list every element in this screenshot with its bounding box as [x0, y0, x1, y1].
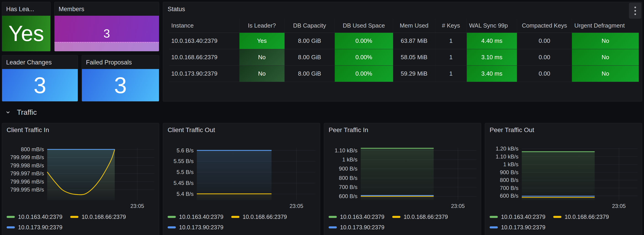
table-cell: 1	[435, 49, 467, 65]
stat-panel-failed-proposals: Failed Proposals 3	[82, 55, 159, 102]
plot-area	[361, 148, 476, 200]
legend-item[interactable]: 10.0.163.40:2379	[490, 212, 546, 222]
chart-title[interactable]: Client Traffic In	[6, 126, 154, 134]
y-axis-tick: 600 B/s	[500, 193, 518, 199]
legend-label: 10.0.163.40:2379	[340, 214, 384, 220]
table-cell: No	[240, 66, 284, 82]
stat-body: Yes	[2, 16, 50, 51]
legend-label: 10.0.173.90:2379	[501, 224, 546, 231]
x-axis: 23:05	[361, 201, 476, 211]
chart-panel: Peer Traffic In 1.10 kB/s1 kB/s900 B/s80…	[324, 123, 481, 235]
stat-body: 3	[82, 69, 159, 101]
stat-panel-title[interactable]: Has Lea...	[2, 2, 50, 16]
legend-series-icon	[553, 216, 562, 218]
table-cell: 8.00 GiB	[284, 49, 335, 65]
legend-series-icon	[168, 216, 176, 218]
chart-title[interactable]: Peer Traffic Out	[490, 126, 638, 134]
legend: 10.0.163.40:237910.0.168.66:237910.0.173…	[328, 212, 476, 233]
table-header-cell[interactable]: DB Used Space	[335, 19, 393, 32]
table-header-cell[interactable]: Mem Used	[393, 19, 435, 32]
table-header-cell[interactable]: # Keys	[435, 19, 467, 32]
y-axis-tick: 799.996 mB/s	[10, 179, 44, 185]
legend: 10.0.163.40:237910.0.168.66:237910.0.173…	[168, 212, 316, 233]
sparkline	[54, 42, 159, 51]
y-axis-tick: 800 mB/s	[21, 146, 44, 153]
y-axis-tick: 5.45 B/s	[174, 180, 194, 186]
legend-series-icon	[168, 226, 176, 229]
chart-title[interactable]: Client Traffic Out	[168, 126, 316, 134]
table-cell: 0.00	[517, 33, 572, 49]
y-axis: 5.6 B/s5.55 B/s5.5 B/s5.45 B/s5.4 B/s	[168, 148, 197, 200]
table-cell: 1	[435, 33, 467, 49]
y-axis-tick: 700 B/s	[500, 185, 518, 191]
table-header-cell[interactable]: Compacted Keys	[517, 19, 572, 32]
status-panel-title[interactable]: Status	[163, 2, 642, 13]
table-cell: No	[240, 49, 284, 65]
table-row: 10.0.163.40:2379Yes8.00 GiB0.00%63.87 Mi…	[169, 33, 639, 49]
table-row: 10.0.168.66:2379No8.00 GiB0.00%58.05 MiB…	[169, 49, 639, 66]
table-cell: 8.00 GiB	[284, 66, 335, 82]
stat-panel-title[interactable]: Leader Changes	[2, 55, 78, 69]
stat-value: 3	[114, 72, 127, 98]
legend-item[interactable]: 10.0.173.90:2379	[168, 222, 224, 233]
legend-item[interactable]: 10.0.163.40:2379	[328, 212, 384, 222]
table-header-cell[interactable]: Is Leader?	[240, 19, 284, 32]
legend-item[interactable]: 10.0.173.90:2379	[328, 222, 384, 233]
legend-series-icon	[6, 226, 15, 229]
y-axis-tick: 5.4 B/s	[176, 191, 194, 197]
chart-panel: Client Traffic In 800 mB/s799.999 mB/s79…	[2, 123, 159, 235]
legend-label: 10.0.168.66:2379	[82, 214, 126, 220]
section-header-traffic[interactable]: Traffic	[2, 102, 642, 123]
legend-item[interactable]: 10.0.173.90:2379	[490, 222, 546, 233]
legend-series-icon	[70, 216, 78, 218]
table-cell: No	[572, 66, 639, 82]
legend-item[interactable]: 10.0.173.90:2379	[6, 222, 62, 233]
kebab-menu-icon[interactable]	[629, 3, 641, 19]
y-axis-tick: 900 B/s	[500, 169, 518, 176]
legend-series-icon	[6, 216, 15, 218]
x-axis-tick: 23:05	[130, 203, 144, 209]
table-row: 10.0.173.90:2379No8.00 GiB0.00%59.29 MiB…	[169, 66, 639, 82]
table-header-cell[interactable]: DB Capacity	[284, 19, 335, 32]
legend-series-icon	[328, 226, 337, 229]
legend-item[interactable]: 10.0.168.66:2379	[553, 212, 609, 222]
legend-series-icon	[328, 216, 337, 218]
plot-wrap: 5.6 B/s5.55 B/s5.5 B/s5.45 B/s5.4 B/s	[168, 148, 316, 200]
legend-label: 10.0.163.40:2379	[18, 214, 62, 220]
legend-series-icon	[231, 216, 240, 218]
table-cell: 3.10 ms	[467, 49, 517, 65]
stat-panel-has-leader: Has Lea... Yes	[2, 2, 51, 51]
stat-value: 3	[104, 27, 110, 40]
table-cell: Yes	[240, 33, 284, 49]
y-axis-tick: 5.55 B/s	[174, 158, 194, 164]
chart-title[interactable]: Peer Traffic In	[328, 126, 476, 134]
stat-panel-title[interactable]: Failed Proposals	[82, 55, 159, 69]
y-axis-tick: 799.998 mB/s	[10, 162, 44, 169]
legend-item[interactable]: 10.0.168.66:2379	[70, 212, 126, 222]
legend-item[interactable]: 10.0.168.66:2379	[392, 212, 448, 222]
table-header-cell[interactable]: WAL Sync 99p	[467, 19, 517, 32]
x-axis: 23:05	[47, 201, 154, 211]
table-header-cell[interactable]: Urgent Defragment	[572, 19, 639, 32]
stat-panel-title[interactable]: Members	[54, 2, 159, 16]
y-axis-tick: 1.20 kB/s	[496, 146, 518, 152]
table-header-cell[interactable]: Instance	[169, 19, 240, 32]
legend-item[interactable]: 10.0.168.66:2379	[231, 212, 287, 222]
table-cell: 10.0.163.40:2379	[169, 33, 240, 49]
stat-body: 3	[2, 69, 78, 101]
plot-wrap: 1.10 kB/s1 kB/s900 B/s800 B/s700 B/s600 …	[328, 148, 476, 200]
y-axis: 800 mB/s799.999 mB/s799.998 mB/s799.997 …	[6, 148, 47, 200]
stat-panel-members: Members 3	[54, 2, 159, 51]
legend-item[interactable]: 10.0.163.40:2379	[6, 212, 62, 222]
legend-item[interactable]: 10.0.163.40:2379	[168, 212, 224, 222]
x-axis: 23:05	[522, 201, 638, 211]
y-axis-tick: 799.997 mB/s	[10, 170, 44, 177]
charts-row: Client Traffic In 800 mB/s799.999 mB/s79…	[2, 123, 642, 235]
table-cell: 3.40 ms	[467, 66, 517, 82]
x-axis-tick: 23:05	[290, 203, 303, 209]
table-cell: 58.05 MiB	[393, 49, 435, 65]
table-cell: 0.00%	[335, 33, 393, 49]
plot-area	[47, 148, 154, 200]
y-axis-tick: 799.995 mB/s	[10, 187, 44, 193]
stat-panel-leader-changes: Leader Changes 3	[2, 55, 78, 102]
